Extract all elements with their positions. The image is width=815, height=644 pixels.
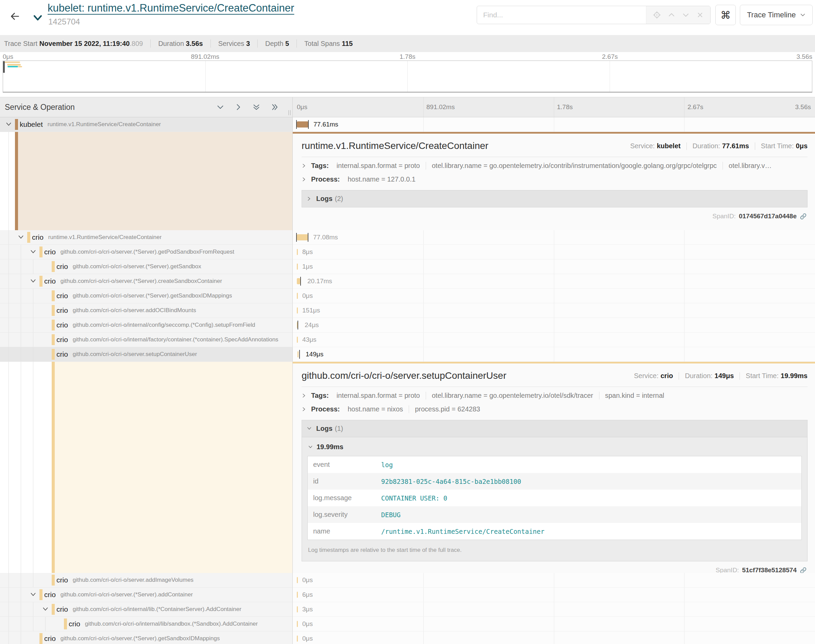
log-entry-header[interactable]: 19.99ms bbox=[307, 438, 802, 456]
timeline-header: Service & Operation 0μs 891.02ms 1.78s 2… bbox=[0, 97, 815, 117]
span-name-cell[interactable]: kubeletruntime.v1.RuntimeService/CreateC… bbox=[0, 117, 293, 132]
expand-one-button[interactable] bbox=[234, 103, 242, 111]
span-name-cell[interactable]: criogithub.com/cri-o/cri-o/server.(*Serv… bbox=[0, 587, 293, 602]
span-expand-chevron[interactable] bbox=[30, 278, 37, 285]
span-expand-chevron[interactable] bbox=[30, 592, 37, 598]
find-input[interactable] bbox=[477, 6, 646, 24]
span-timeline-cell[interactable]: 20.17ms bbox=[293, 274, 815, 289]
span-duration-bar[interactable] bbox=[297, 606, 298, 612]
span-name-cell[interactable]: criogithub.com/cri-o/cri-o/server.addIma… bbox=[0, 573, 293, 587]
trace-minimap[interactable] bbox=[3, 61, 812, 92]
span-timeline-cell[interactable]: 77.08ms bbox=[293, 230, 815, 245]
span-duration-bar[interactable] bbox=[297, 592, 298, 598]
span-name-cell[interactable]: criogithub.com/cri-o/cri-o/internal/fact… bbox=[0, 333, 293, 347]
trace-title-collapse-chevron[interactable] bbox=[33, 14, 43, 24]
tags-accordion[interactable]: Tags:internal.span.format = protootel.li… bbox=[302, 387, 807, 404]
logs-accordion-header[interactable]: Logs(1) bbox=[302, 420, 807, 437]
clear-find-button[interactable] bbox=[696, 11, 704, 19]
column-resize-grip[interactable] bbox=[288, 110, 291, 115]
span-duration-bar[interactable] bbox=[297, 121, 308, 127]
span-expand-chevron[interactable] bbox=[18, 234, 24, 241]
span-timeline-cell[interactable]: 1μs bbox=[293, 259, 815, 274]
target-icon bbox=[653, 11, 661, 19]
prev-match-button[interactable] bbox=[668, 11, 676, 19]
span-name-cell[interactable]: criogithub.com/cri-o/cri-o/server.(*Serv… bbox=[0, 245, 293, 259]
span-expand-chevron[interactable] bbox=[30, 249, 37, 255]
span-expand-chevron[interactable] bbox=[42, 606, 49, 613]
span-timeline-cell[interactable]: 0μs bbox=[293, 632, 815, 644]
collapse-all-button[interactable] bbox=[252, 103, 260, 111]
keyboard-shortcuts-button[interactable]: ⌘ bbox=[715, 5, 736, 25]
tag-item: internal.span.format = proto bbox=[331, 392, 426, 400]
span-name-cell[interactable]: criogithub.com/cri-o/cri-o/server.(*Serv… bbox=[0, 274, 293, 289]
collapse-one-button[interactable] bbox=[216, 103, 224, 111]
spanid-label: SpanID: bbox=[712, 213, 736, 220]
trace-view-selector[interactable]: Trace Timeline bbox=[740, 5, 813, 25]
span-timeline-cell[interactable]: 43μs bbox=[293, 333, 815, 347]
span-duration-label: 43μs bbox=[302, 336, 317, 343]
span-timeline-cell[interactable]: 3μs bbox=[293, 602, 815, 617]
span-name-cell[interactable]: criogithub.com/cri-o/cri-o/server.setupC… bbox=[0, 347, 293, 362]
span-duration-bar[interactable] bbox=[297, 264, 298, 270]
span-expand-chevron[interactable] bbox=[5, 121, 12, 128]
span-duration-bar[interactable] bbox=[297, 234, 308, 241]
span-operation-name: github.com/cri-o/cri-o/internal/config/s… bbox=[73, 322, 255, 328]
minimap-tick: 2.67s bbox=[602, 53, 618, 61]
span-duration-label: 77.08ms bbox=[313, 234, 338, 241]
minimap-tick: 3.56s bbox=[797, 53, 812, 61]
span-duration-bar[interactable] bbox=[297, 293, 298, 299]
span-name-cell[interactable]: criogithub.com/cri-o/cri-o/server.(*Serv… bbox=[0, 632, 293, 644]
span-timeline-cell[interactable]: 149μs bbox=[293, 347, 815, 362]
minimap-span-kubelet bbox=[4, 61, 20, 63]
logs-accordion-header[interactable]: Logs(2) bbox=[302, 190, 807, 207]
span-duration-bar[interactable] bbox=[297, 337, 298, 343]
span-timeline-cell[interactable]: 151μs bbox=[293, 303, 815, 318]
span-name-cell[interactable]: criogithub.com/cri-o/cri-o/server.(*Serv… bbox=[0, 259, 293, 274]
indent-guide bbox=[21, 333, 21, 347]
back-button[interactable] bbox=[8, 9, 23, 24]
span-duration-label: 77.61ms bbox=[314, 121, 338, 128]
expand-all-button[interactable] bbox=[271, 103, 279, 111]
span-timeline-cell[interactable]: 0μs bbox=[293, 289, 815, 303]
log-marker-tick bbox=[297, 320, 298, 330]
span-duration-bar[interactable] bbox=[297, 351, 299, 357]
spanid-label: SpanID: bbox=[716, 566, 739, 573]
span-duration-bar[interactable] bbox=[297, 577, 298, 583]
find-controls bbox=[646, 6, 710, 24]
process-accordion[interactable]: Process:host.name = 127.0.0.1 bbox=[302, 174, 807, 188]
span-detail-row: github.com/cri-o/cri-o/server.setupConta… bbox=[0, 362, 815, 573]
span-name-cell[interactable]: criogithub.com/cri-o/cri-o/server.addOCI… bbox=[0, 303, 293, 318]
span-name-cell[interactable]: criogithub.com/cri-o/cri-o/internal/lib/… bbox=[0, 617, 293, 632]
logs-label: Logs bbox=[316, 195, 332, 202]
span-service-name: kubelet bbox=[20, 120, 43, 129]
copy-span-link-button[interactable] bbox=[800, 213, 807, 220]
focus-match-button[interactable] bbox=[653, 11, 661, 19]
trace-services: Services 3 bbox=[218, 40, 250, 48]
span-timeline-cell[interactable]: 8μs bbox=[293, 245, 815, 259]
span-timeline-cell[interactable]: 0μs bbox=[293, 573, 815, 587]
minimap-left-scrubber[interactable] bbox=[3, 61, 5, 73]
span-duration-bar[interactable] bbox=[297, 621, 298, 627]
span-duration-bar[interactable] bbox=[297, 635, 298, 642]
log-marker-tick bbox=[308, 233, 308, 242]
span-timeline-cell[interactable]: 6μs bbox=[293, 587, 815, 602]
span-duration-bar[interactable] bbox=[297, 278, 300, 284]
span-timeline-cell[interactable]: 24μs bbox=[293, 318, 815, 333]
span-duration-bar[interactable] bbox=[297, 307, 298, 313]
span-duration-bar[interactable] bbox=[297, 249, 298, 255]
process-accordion[interactable]: Process:host.name = nixosprocess.pid = 6… bbox=[302, 404, 807, 417]
span-name-cell[interactable]: crioruntime.v1.RuntimeService/CreateCont… bbox=[0, 230, 293, 245]
span-name-cell[interactable]: criogithub.com/cri-o/cri-o/internal/conf… bbox=[0, 318, 293, 333]
span-service-name: crio bbox=[44, 248, 56, 256]
span-timeline-cell[interactable]: 0μs bbox=[293, 617, 815, 632]
span-timeline-cell[interactable]: 77.61ms bbox=[293, 117, 815, 132]
span-row: criogithub.com/cri-o/cri-o/internal/conf… bbox=[0, 318, 815, 333]
tags-accordion[interactable]: Tags:internal.span.format = protootel.li… bbox=[302, 157, 807, 174]
span-name-cell[interactable]: criogithub.com/cri-o/cri-o/internal/lib.… bbox=[0, 602, 293, 617]
trace-start: Trace Start November 15 2022, 11:19:40.8… bbox=[4, 40, 143, 48]
copy-span-link-button[interactable] bbox=[800, 567, 807, 573]
span-name-cell[interactable]: criogithub.com/cri-o/cri-o/server.(*Serv… bbox=[0, 289, 293, 303]
trace-title-link[interactable]: kubelet: runtime.v1.RuntimeService/Creat… bbox=[47, 2, 294, 14]
next-match-button[interactable] bbox=[682, 11, 690, 19]
log-field-row: log.severityDEBUG bbox=[308, 506, 801, 523]
